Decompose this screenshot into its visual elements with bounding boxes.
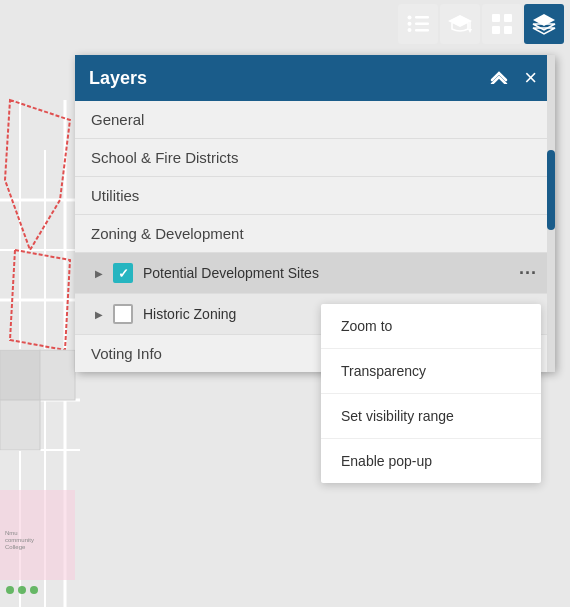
svg-rect-12 xyxy=(0,350,40,400)
list-view-button[interactable] xyxy=(398,4,438,44)
layer-group-zoning[interactable]: Zoning & Development xyxy=(75,215,555,252)
more-options-button-potential-dev[interactable]: ··· xyxy=(515,261,541,285)
collapse-panel-button[interactable] xyxy=(486,67,512,89)
svg-text:Nmu: Nmu xyxy=(5,530,18,536)
svg-point-27 xyxy=(408,28,412,32)
layers-button[interactable] xyxy=(524,4,564,44)
svg-rect-24 xyxy=(415,29,429,32)
layers-panel-title: Layers xyxy=(89,68,147,89)
svg-rect-31 xyxy=(492,14,500,22)
layer-group-school-fire[interactable]: School & Fire Districts xyxy=(75,139,555,177)
svg-rect-13 xyxy=(40,350,75,400)
svg-rect-34 xyxy=(504,26,512,34)
svg-text:College: College xyxy=(5,544,26,550)
scrollbar-thumb[interactable] xyxy=(547,150,555,230)
expand-arrow-historic-zoning[interactable]: ▶ xyxy=(95,308,107,320)
svg-rect-23 xyxy=(415,23,429,26)
layer-group-utilities[interactable]: Utilities xyxy=(75,177,555,215)
svg-text:community: community xyxy=(5,537,34,543)
close-panel-button[interactable]: × xyxy=(520,65,541,91)
toolbar xyxy=(392,0,570,48)
svg-marker-30 xyxy=(468,29,472,33)
expand-arrow-potential-dev[interactable]: ▶ xyxy=(95,267,107,279)
svg-rect-22 xyxy=(415,16,429,19)
svg-point-25 xyxy=(408,16,412,20)
context-menu-enable-popup[interactable]: Enable pop-up xyxy=(321,439,541,483)
layers-panel-header: Layers × xyxy=(75,55,555,101)
context-menu-transparency[interactable]: Transparency xyxy=(321,349,541,394)
scrollbar-track xyxy=(547,55,555,372)
sub-layer-name-potential-dev: Potential Development Sites xyxy=(143,265,515,281)
sub-layer-potential-dev: ▶ Potential Development Sites ··· Zoom t… xyxy=(75,252,555,293)
layers-panel: Layers × General School & Fire Districts… xyxy=(75,55,555,372)
context-menu: Zoom to Transparency Set visibility rang… xyxy=(321,304,541,483)
graduation-button[interactable] xyxy=(440,4,480,44)
sub-layers-container: ▶ Potential Development Sites ··· Zoom t… xyxy=(75,252,555,334)
svg-rect-32 xyxy=(504,14,512,22)
svg-marker-37 xyxy=(533,28,555,34)
context-menu-visibility-range[interactable]: Set visibility range xyxy=(321,394,541,439)
svg-point-20 xyxy=(18,586,26,594)
checkbox-potential-dev[interactable] xyxy=(113,263,133,283)
svg-point-21 xyxy=(30,586,38,594)
svg-rect-33 xyxy=(492,26,500,34)
grid-button[interactable] xyxy=(482,4,522,44)
svg-rect-14 xyxy=(0,400,40,450)
layers-header-actions: × xyxy=(486,65,541,91)
svg-point-26 xyxy=(408,22,412,26)
layer-group-general[interactable]: General xyxy=(75,101,555,139)
svg-point-19 xyxy=(6,586,14,594)
context-menu-zoom-to[interactable]: Zoom to xyxy=(321,304,541,349)
checkbox-historic-zoning[interactable] xyxy=(113,304,133,324)
